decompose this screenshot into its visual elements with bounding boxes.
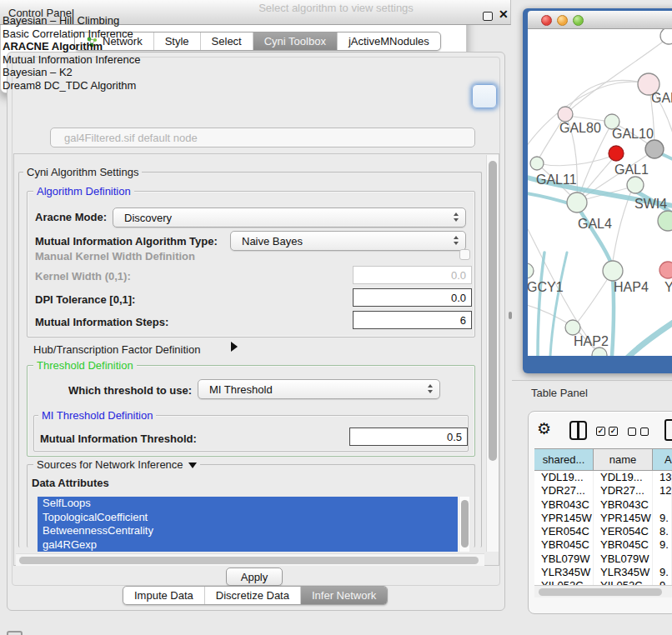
combo-arrows-icon (428, 384, 433, 393)
mi-type-label: Mutual Information Algorithm Type: (35, 235, 218, 248)
tab-discretize-data[interactable]: Discretize Data (205, 587, 301, 604)
manual-kernel-checkbox[interactable] (459, 249, 470, 260)
expander-arrow-icon[interactable] (231, 342, 238, 352)
table-row[interactable]: YDR27... YDR27... 12 (534, 484, 672, 498)
tab-infer-network[interactable]: Infer Network (301, 587, 387, 604)
cell-shared: YLR345W (534, 566, 594, 579)
node-swi4[interactable] (658, 211, 672, 231)
list-scrollbar-thumb[interactable] (461, 500, 469, 548)
mi-steps-field[interactable]: 6 (353, 311, 472, 329)
table-row[interactable]: YBL079W YBL079W (534, 552, 672, 566)
document-icon[interactable] (664, 419, 672, 441)
column-header-name[interactable]: name (594, 448, 653, 471)
node-gal11[interactable] (530, 157, 544, 170)
table-data-combo[interactable]: gal4Filtered.sif default node (50, 128, 475, 148)
tab-impute-data[interactable]: Impute Data (123, 587, 205, 604)
network-node-labels: GAL GAL80 GAL10 GAL1 GAL11 SWI4 GAL4 GCY… (528, 91, 672, 348)
list-item[interactable]: gal4RGexp (38, 538, 458, 552)
node-red[interactable] (609, 146, 624, 161)
algorithm-option[interactable]: Mutual Information Inference (3, 53, 461, 67)
dpi-tolerance-field[interactable]: 0.0 (353, 288, 472, 307)
kernel-width-field[interactable]: 0.0 (353, 266, 472, 284)
close-traffic-light-icon[interactable] (541, 15, 552, 26)
collapse-arrow-icon[interactable] (188, 462, 197, 468)
mi-threshold-field[interactable]: 0.5 (349, 428, 468, 446)
column-header-shared[interactable]: shared... (534, 448, 594, 471)
node-hap2[interactable] (565, 320, 580, 335)
tab-discretize-data-label: Discretize Data (216, 589, 289, 602)
tab-impute-data-label: Impute Data (134, 589, 193, 602)
algorithm-option[interactable]: Bayesian – Hill Climbing (3, 14, 461, 28)
node-gray[interactable] (645, 140, 664, 158)
node-label: GAL80 (559, 121, 601, 135)
table-body[interactable]: YDL19... YDL19... 13 YDR27... YDR27... 1… (534, 471, 672, 585)
algorithm-option[interactable]: Basic Correlation Inference (3, 28, 461, 41)
horizontal-scrollbar-thumb[interactable] (19, 557, 479, 564)
list-scrollbar[interactable] (459, 497, 469, 552)
apply-button[interactable]: Apply (226, 568, 283, 586)
hub-definition-expander-label[interactable]: Hub/Transcription Factor Definition (33, 343, 200, 356)
network-graph[interactable]: GAL GAL80 GAL10 GAL1 GAL11 SWI4 GAL4 GCY… (528, 29, 672, 356)
algorithm-dropdown-popup: Select algorithm to view settings Bayesi… (0, 0, 467, 93)
deselect-all-checkbox-icon[interactable] (640, 428, 649, 436)
node-gal1[interactable] (627, 177, 644, 193)
node-label: GAL1 (614, 162, 649, 177)
threshold-definition-title: Threshold Definition (33, 359, 137, 372)
panel-splitter-handle[interactable] (509, 312, 512, 319)
algorithm-option[interactable]: Dream8 DC_TDC Algorithm (3, 79, 461, 92)
aracne-mode-combo[interactable]: Discovery (113, 208, 466, 228)
algorithm-option[interactable]: Bayesian – K2 (3, 66, 461, 79)
list-item[interactable]: BetweennessCentrality (38, 524, 458, 538)
node-gcy1[interactable] (528, 263, 534, 278)
table-horizontal-scrollbar[interactable] (534, 585, 672, 598)
cell-value: 13 (653, 471, 672, 484)
table-row[interactable]: YBR043C YBR043C (534, 498, 672, 512)
settings-vertical-scrollbar[interactable] (486, 155, 499, 552)
kernel-width-label: Kernel Width (0,1): (35, 270, 131, 282)
aracne-mode-value: Discovery (124, 212, 172, 224)
network-canvas[interactable]: GAL GAL80 GAL10 GAL1 GAL11 SWI4 GAL4 GCY… (528, 29, 672, 356)
panel-dock-icon[interactable] (7, 631, 23, 635)
algorithm-option-selected[interactable]: ARACNE Algorithm (3, 40, 461, 53)
select-all-checkbox-icon[interactable]: ✓ (596, 427, 605, 436)
settings-horizontal-scrollbar[interactable] (16, 553, 484, 566)
deselect-all-checkbox-icon[interactable] (628, 428, 636, 436)
table-data-combo-value: gal4Filtered.sif default node (64, 132, 198, 144)
vertical-scrollbar-thumb[interactable] (489, 161, 497, 461)
table-row[interactable]: YDL19... YDL19... 13 (534, 471, 672, 484)
table-row[interactable]: YPR145W YPR145W 9. (534, 512, 672, 525)
network-view-window[interactable]: GAL GAL80 GAL10 GAL1 GAL11 SWI4 GAL4 GCY… (523, 8, 672, 373)
list-item[interactable]: SelfLoops (38, 497, 458, 511)
algorithm-combo-fragment[interactable] (472, 84, 497, 108)
split-view-icon[interactable] (569, 421, 587, 440)
select-all-checkbox-icon[interactable]: ✓ (609, 427, 618, 436)
table-row[interactable]: YER054C YER054C 8. (534, 525, 672, 538)
column-header-partial[interactable]: A (653, 448, 672, 471)
bottom-tabbar: Impute Data Discretize Data Infer Networ… (123, 586, 388, 605)
cell-name: YER054C (594, 525, 653, 538)
node-gal4[interactable] (567, 192, 587, 212)
node-label: GCY1 (528, 280, 564, 294)
minimize-traffic-light-icon[interactable] (557, 15, 568, 26)
cell-value: 12 (653, 484, 672, 498)
cell-shared: YBR045C (534, 538, 594, 552)
cell-shared: YDL19... (534, 471, 594, 484)
data-attributes-list[interactable]: SelfLoops TopologicalCoefficient Between… (38, 497, 469, 552)
gear-icon[interactable]: ⚙ (537, 420, 551, 438)
node-hap4[interactable] (603, 261, 623, 281)
table-row[interactable]: YLR345W YLR345W 9. (534, 566, 672, 579)
table-scrollbar-thumb[interactable] (539, 588, 662, 596)
zoom-traffic-light-icon[interactable] (573, 15, 584, 26)
node-label: HAP2 (574, 334, 609, 348)
list-item[interactable]: TopologicalCoefficient (38, 511, 458, 525)
node-label: SWI4 (634, 197, 667, 211)
network-window-titlebar[interactable] (528, 11, 672, 29)
cell-name: YIL052C (594, 579, 653, 585)
mi-type-combo[interactable]: Naive Bayes (230, 231, 466, 251)
cell-value: 9. (653, 538, 672, 552)
node-gal80[interactable] (558, 107, 573, 122)
node-salmon[interactable] (659, 262, 672, 278)
table-row[interactable]: YBR045C YBR045C 9. (534, 538, 672, 552)
table-row[interactable]: YIL052C YIL052C 9. (534, 579, 672, 585)
which-threshold-combo[interactable]: MI Threshold (198, 379, 440, 399)
